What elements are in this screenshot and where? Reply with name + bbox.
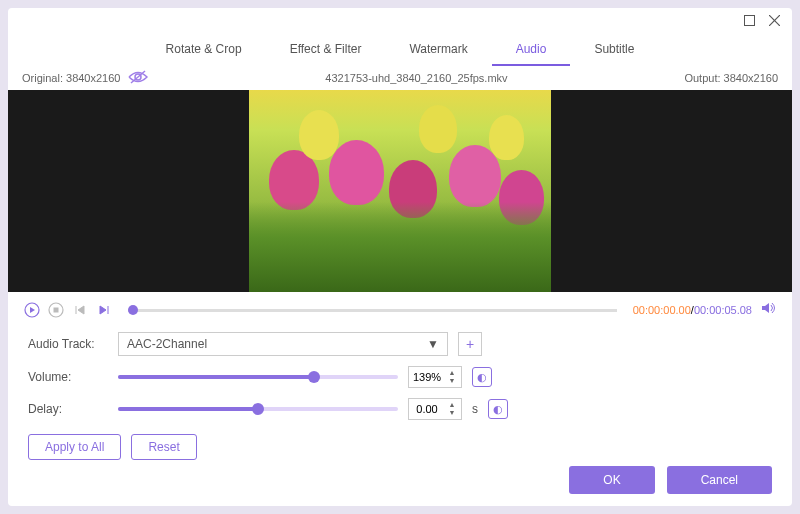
- delay-slider-thumb[interactable]: [252, 403, 264, 415]
- volume-down-icon[interactable]: ▼: [445, 377, 459, 385]
- output-resolution-label: Output: 3840x2160: [684, 72, 778, 84]
- delay-up-icon[interactable]: ▲: [445, 401, 459, 409]
- tab-watermark[interactable]: Watermark: [385, 34, 491, 66]
- playback-controls: 00:00:00.00/00:00:05.08: [8, 292, 792, 328]
- prev-frame-icon[interactable]: [72, 302, 88, 318]
- stop-icon[interactable]: [48, 302, 64, 318]
- tab-subtitle[interactable]: Subtitle: [570, 34, 658, 66]
- delay-unit-label: s: [472, 402, 478, 416]
- original-resolution-label: Original: 3840x2160: [22, 72, 120, 84]
- titlebar: [8, 8, 792, 34]
- audio-track-select[interactable]: AAC-2Channel ▼: [118, 332, 448, 356]
- volume-label: Volume:: [28, 370, 108, 384]
- time-display: 00:00:00.00/00:00:05.08: [633, 304, 752, 316]
- ok-button[interactable]: OK: [569, 466, 654, 494]
- volume-slider[interactable]: [118, 375, 398, 379]
- timeline-thumb[interactable]: [128, 305, 138, 315]
- play-icon[interactable]: [24, 302, 40, 318]
- cancel-button[interactable]: Cancel: [667, 466, 772, 494]
- apply-to-all-button[interactable]: Apply to All: [28, 434, 121, 460]
- eye-off-icon[interactable]: [128, 70, 148, 86]
- video-preview: [8, 90, 792, 292]
- tab-bar: Rotate & Crop Effect & Filter Watermark …: [8, 34, 792, 66]
- add-track-button[interactable]: +: [458, 332, 482, 356]
- svg-rect-0: [745, 16, 755, 26]
- delay-input[interactable]: ▲▼: [408, 398, 462, 420]
- audio-track-label: Audio Track:: [28, 337, 108, 351]
- delay-down-icon[interactable]: ▼: [445, 409, 459, 417]
- delay-slider[interactable]: [118, 407, 398, 411]
- timeline-slider[interactable]: [128, 309, 617, 312]
- volume-icon[interactable]: [760, 300, 776, 320]
- volume-slider-thumb[interactable]: [308, 371, 320, 383]
- video-thumbnail: [249, 90, 551, 292]
- tab-rotate-crop[interactable]: Rotate & Crop: [142, 34, 266, 66]
- volume-input[interactable]: ▲▼: [408, 366, 462, 388]
- tab-effect-filter[interactable]: Effect & Filter: [266, 34, 386, 66]
- info-bar: Original: 3840x2160 4321753-uhd_3840_216…: [8, 66, 792, 90]
- delay-compare-button[interactable]: ◐: [488, 399, 508, 419]
- filename-label: 4321753-uhd_3840_2160_25fps.mkv: [325, 72, 507, 84]
- svg-rect-7: [54, 308, 59, 313]
- delay-label: Delay:: [28, 402, 108, 416]
- close-icon[interactable]: [769, 12, 780, 30]
- delay-value[interactable]: [409, 403, 445, 415]
- maximize-icon[interactable]: [744, 12, 755, 30]
- audio-track-value: AAC-2Channel: [127, 337, 207, 351]
- tab-audio[interactable]: Audio: [492, 34, 571, 66]
- reset-button[interactable]: Reset: [131, 434, 196, 460]
- volume-up-icon[interactable]: ▲: [445, 369, 459, 377]
- next-frame-icon[interactable]: [96, 302, 112, 318]
- volume-compare-button[interactable]: ◐: [472, 367, 492, 387]
- audio-form: Audio Track: AAC-2Channel ▼ + Volume: ▲▼…: [8, 328, 792, 434]
- volume-value[interactable]: [409, 371, 445, 383]
- chevron-down-icon: ▼: [427, 337, 439, 351]
